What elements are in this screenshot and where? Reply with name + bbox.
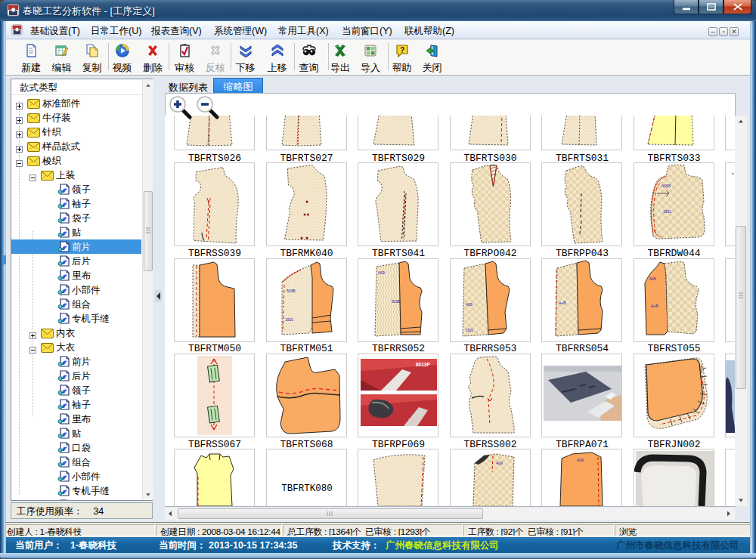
svg-text:红双喜: 红双喜 [408,418,421,422]
svg-text:503B: 503B [287,289,296,293]
svg-text:503B: 503B [392,299,401,304]
svg-text:A09: A09 [649,276,656,281]
svg-text:TBFRTK080: TBFRTK080 [281,483,333,494]
svg-text:A09: A09 [496,461,503,465]
svg-text:A09: A09 [466,302,472,307]
svg-text:A09: A09 [378,270,385,275]
svg-text:?: ? [399,46,404,54]
svg-text:1501: 1501 [285,317,293,322]
svg-text:1501: 1501 [466,329,474,332]
svg-text:A058: A058 [662,184,671,188]
svg-text:A+B: A+B [559,301,566,305]
svg-text:6013P: 6013P [416,362,430,367]
svg-text:1501: 1501 [663,209,671,214]
svg-text:A09: A09 [577,458,584,462]
svg-text:A+B: A+B [651,304,658,308]
